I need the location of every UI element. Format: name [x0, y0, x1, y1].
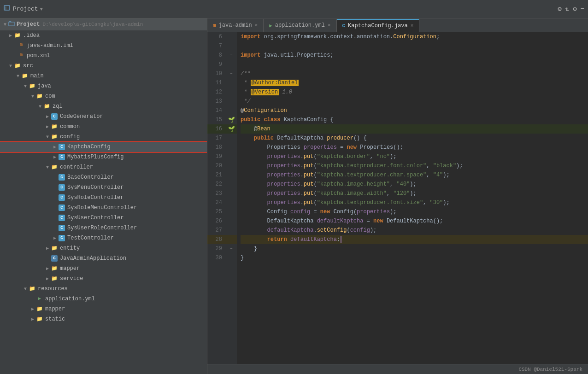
project-path: D:\develop\a-gitCangku\java-admin	[42, 22, 143, 27]
ln-20: 20	[207, 161, 226, 170]
tree-item[interactable]: ▼ 📁 config	[0, 132, 207, 142]
tree-item[interactable]: G JavaAdminApplication	[0, 253, 207, 263]
ln-13: 13	[207, 97, 226, 106]
tree-item[interactable]: ▼ 📁 main	[0, 71, 207, 81]
zql-folder-icon: 📁	[43, 103, 51, 110]
line-16: @Bean	[241, 124, 588, 134]
ln-24: 24	[207, 198, 226, 207]
mapper-res-folder-icon: 📁	[36, 306, 43, 312]
g-27	[226, 226, 237, 235]
ln-26: 26	[207, 216, 226, 226]
tab-kaptcha[interactable]: C KaptchaConfig.java ×	[337, 19, 420, 32]
tab-application-yml[interactable]: ▶ application.yml ×	[264, 19, 336, 32]
g-8: −	[226, 51, 237, 60]
tree-item[interactable]: ▶ 📁 mapper	[0, 263, 207, 274]
code-editor[interactable]: 6 7 8 9 10 11 12 13 14 15 16 17 18 19 20…	[207, 32, 588, 364]
base-ctrl-icon: C	[58, 174, 65, 181]
g-30	[226, 253, 237, 263]
tab-kaptcha-label: KaptchaConfig.java	[348, 23, 408, 29]
tree-item[interactable]: ▶ C CodeGenerator	[0, 111, 207, 122]
tree-item[interactable]: ▼ 📁 com	[0, 91, 207, 101]
tree-item[interactable]: ▶ C TestController	[0, 233, 207, 243]
tab-kaptcha-close[interactable]: ×	[411, 23, 414, 29]
bean-gutter-16: 🌱	[228, 126, 235, 133]
ln-19: 19	[207, 152, 226, 161]
sysrolemenu-label: SysRoleMenuController	[67, 205, 137, 211]
tree-item[interactable]: ▼ 📁 java	[0, 81, 207, 91]
line-12: * @Version 1.0	[241, 88, 588, 97]
tree-item[interactable]: C SysUserRoleController	[0, 223, 207, 233]
line-28: return defaultKaptcha;	[241, 235, 588, 244]
tree-item[interactable]: ▶ 📁 service	[0, 274, 207, 284]
g-7	[226, 41, 237, 51]
testctrl-icon: C	[58, 235, 65, 241]
tree-item[interactable]: ▶ 📁 common	[0, 122, 207, 132]
gear-icon[interactable]: ⚙	[573, 5, 576, 13]
idea-arrow: ▶	[7, 33, 14, 38]
ln-14: 14	[207, 106, 226, 115]
kaptcha-config-item[interactable]: ▶ C KaptchaConfig ➜	[0, 142, 207, 152]
zql-label: zql	[53, 103, 63, 110]
line-9	[241, 60, 588, 69]
minimize-icon[interactable]: −	[581, 5, 584, 13]
g-17	[226, 134, 237, 143]
tree-item[interactable]: ▶ C MybatisPlusConfig	[0, 152, 207, 162]
static-folder-icon: 📁	[36, 316, 43, 322]
collapse-8[interactable]: −	[230, 53, 232, 58]
tree-item[interactable]: ▼ 📁 resources	[0, 284, 207, 294]
code-area: 6 7 8 9 10 11 12 13 14 15 16 17 18 19 20…	[207, 32, 588, 364]
tree-item[interactable]: C SysRoleMenuController	[0, 203, 207, 213]
tree-item[interactable]: C BaseController	[0, 172, 207, 182]
ln-30: 30	[207, 253, 226, 263]
tree-item[interactable]: ▼ 📁 controller	[0, 162, 207, 172]
tree-item[interactable]: ▶ 📁 entity	[0, 243, 207, 253]
sidebar[interactable]: ▼ Project D:\develop\a-gitCangku\java-ad…	[0, 18, 207, 374]
g-6	[226, 32, 237, 41]
g-24	[226, 198, 237, 207]
main-label: main	[30, 73, 44, 79]
sysuserrole-icon: C	[58, 225, 65, 231]
java-folder-icon: 📁	[29, 83, 36, 89]
sysuserrole-label: SysUserRoleController	[67, 225, 137, 231]
sidebar-project-header: ▼ Project D:\develop\a-gitCangku\java-ad…	[0, 18, 207, 30]
tree-item[interactable]: m pom.xml	[0, 51, 207, 61]
line-8: import java.util.Properties;	[241, 51, 588, 60]
tree-item[interactable]: C SysUserController	[0, 213, 207, 223]
line-18: Properties properties = new Properties()…	[241, 143, 588, 152]
tab-bar: m java-admin × ▶ application.yml × C Kap…	[207, 18, 588, 32]
layout-icon[interactable]: ⇅	[565, 5, 569, 13]
tab-java-admin[interactable]: m java-admin ×	[207, 19, 264, 32]
collapse-10[interactable]: −	[230, 71, 232, 76]
tab-java-admin-close[interactable]: ×	[255, 23, 258, 28]
g-22	[226, 180, 237, 189]
status-text: CSDN @Daniel521-Spark	[518, 367, 582, 372]
tree-item[interactable]: m java-admin.iml	[0, 41, 207, 51]
tree-item[interactable]: ▶ application.yml	[0, 294, 207, 304]
kaptcha-arrow: ▶	[52, 144, 58, 150]
javaadminapp-icon: G	[51, 255, 58, 262]
line-30: }	[241, 253, 588, 263]
service-label: service	[60, 275, 83, 282]
project-arrow: ▼	[2, 22, 8, 27]
tree-item[interactable]: ▼ 📁 zql	[0, 101, 207, 111]
tree-item[interactable]: ▶ 📁 mapper	[0, 304, 207, 314]
g-15: 🌱	[226, 115, 237, 124]
tree-item[interactable]: C SysMenuController	[0, 182, 207, 193]
common-label: common	[60, 123, 80, 130]
gutter: − − 🌱 🌱	[226, 32, 237, 364]
tree-item[interactable]: ▶ 📁 static	[0, 314, 207, 324]
ln-11: 11	[207, 78, 226, 88]
collapse-29[interactable]: −	[230, 246, 232, 251]
tab-yaml-close[interactable]: ×	[328, 23, 331, 28]
tree-item[interactable]: ▶ 📁 .idea	[0, 30, 207, 41]
idea-label: .idea	[23, 32, 40, 39]
settings-icon[interactable]: ⚙	[558, 5, 561, 13]
tree-item[interactable]: ▼ 📁 src	[0, 61, 207, 71]
line-14: @Configuration	[241, 106, 588, 115]
line-25: Config config = new Config(properties);	[241, 207, 588, 216]
config-folder-icon: 📁	[51, 134, 58, 140]
sysuser-label: SysUserController	[67, 215, 123, 221]
iml-label: java-admin.iml	[27, 42, 73, 49]
sysrole-icon: C	[58, 194, 65, 201]
tree-item[interactable]: C SysRoleController	[0, 193, 207, 203]
